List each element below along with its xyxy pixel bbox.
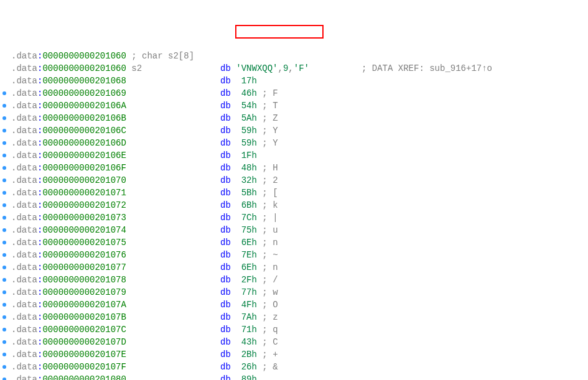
disasm-line[interactable]: .data:000000000020106C db 59h ; Y xyxy=(11,124,588,137)
breakpoint-dot[interactable] xyxy=(2,116,6,120)
segment-name: .data xyxy=(11,325,37,335)
disasm-line[interactable]: .data:0000000000201072 db 6Bh ; k xyxy=(11,199,588,211)
breakpoint-dot[interactable] xyxy=(2,315,6,319)
disassembly-view[interactable]: .data:0000000000201060 ; char s2[8].data… xyxy=(0,50,588,380)
breakpoint-dot[interactable] xyxy=(2,91,6,95)
breakpoint-dot[interactable] xyxy=(2,266,6,269)
line-content: .data:0000000000201060 s2 db 'VNWXQQ',9,… xyxy=(11,62,492,75)
disasm-line[interactable]: .data:000000000020107C db 71h ; q xyxy=(11,323,588,336)
line-content: .data:000000000020106B db 5Ah ; Z xyxy=(11,112,278,124)
breakpoint-dot[interactable] xyxy=(2,141,6,145)
segment-name: .data xyxy=(11,350,37,359)
disasm-line[interactable]: .data:0000000000201060 s2 db 'VNWXQQ',9,… xyxy=(11,62,588,75)
disasm-line[interactable]: .data:000000000020107B db 7Ah ; z xyxy=(11,311,588,323)
operand: db 48h xyxy=(220,163,257,173)
disasm-line[interactable]: .data:0000000000201060 ; char s2[8] xyxy=(11,50,588,62)
disasm-line[interactable]: .data:000000000020107D db 43h ; C xyxy=(11,336,588,348)
breakpoint-dot[interactable] xyxy=(2,353,6,356)
breakpoint-dot[interactable] xyxy=(2,303,6,307)
disasm-line[interactable]: .data:0000000000201075 db 6Eh ; n xyxy=(11,236,588,249)
address: 000000000020106B xyxy=(42,113,126,123)
disasm-line[interactable]: .data:0000000000201076 db 7Eh ; ~ xyxy=(11,249,588,261)
address: 000000000020107E xyxy=(42,350,126,359)
breakpoint-dot[interactable] xyxy=(2,104,6,108)
disasm-line[interactable]: .data:0000000000201074 db 75h ; u xyxy=(11,224,588,236)
address: 000000000020107D xyxy=(42,337,126,347)
disasm-line[interactable]: .data:000000000020106D db 59h ; Y xyxy=(11,137,588,149)
address: 0000000000201078 xyxy=(42,275,126,285)
operand: db 2Bh xyxy=(220,350,257,359)
line-content: .data:0000000000201060 ; char s2[8] xyxy=(11,50,194,62)
operand: db 7Ah xyxy=(220,312,257,322)
comment: ; Y xyxy=(262,126,278,136)
breakpoint-dot[interactable] xyxy=(2,378,6,380)
disasm-line[interactable]: .data:0000000000201079 db 77h ; w xyxy=(11,286,588,299)
breakpoint-dot[interactable] xyxy=(2,365,6,369)
segment-name: .data xyxy=(11,101,37,111)
comment: ; & xyxy=(262,362,278,372)
line-content: .data:000000000020107C db 71h ; q xyxy=(11,323,278,336)
disasm-line[interactable]: .data:0000000000201069 db 46h ; F xyxy=(11,87,588,100)
operand: db 'VNWXQQ',9,'F' xyxy=(220,63,309,73)
address: 0000000000201077 xyxy=(42,262,126,272)
disasm-line[interactable]: .data:000000000020106A db 54h ; T xyxy=(11,100,588,112)
segment-name: .data xyxy=(11,63,37,73)
comment: ; Y xyxy=(262,138,278,148)
comment: ; u xyxy=(262,225,278,235)
address: 0000000000201070 xyxy=(42,175,126,185)
breakpoint-dot[interactable] xyxy=(2,290,6,294)
breakpoint-dot[interactable] xyxy=(2,340,6,344)
disasm-line[interactable]: .data:0000000000201077 db 6Eh ; n xyxy=(11,261,588,274)
disasm-line[interactable]: .data:000000000020106B db 5Ah ; Z xyxy=(11,112,588,124)
comment: ; H xyxy=(262,163,278,173)
segment-name: .data xyxy=(11,213,37,223)
segment-name: .data xyxy=(11,374,37,380)
segment-name: .data xyxy=(11,163,37,173)
breakpoint-dot[interactable] xyxy=(2,154,6,157)
breakpoint-dot[interactable] xyxy=(2,203,6,207)
operand: db 43h xyxy=(220,337,257,347)
address: 0000000000201074 xyxy=(42,225,126,235)
address: 000000000020107A xyxy=(42,300,126,310)
line-content: .data:000000000020107A db 4Fh ; O xyxy=(11,299,278,311)
comment: ; Z xyxy=(262,113,278,123)
disasm-line[interactable]: .data:0000000000201071 db 5Bh ; [ xyxy=(11,187,588,199)
breakpoint-dot[interactable] xyxy=(2,178,6,182)
segment-name: .data xyxy=(11,337,37,347)
segment-name: .data xyxy=(11,287,37,297)
breakpoint-dot[interactable] xyxy=(2,241,6,244)
breakpoint-dot[interactable] xyxy=(2,278,6,282)
disasm-line[interactable]: .data:000000000020106E db 1Fh xyxy=(11,149,588,162)
disasm-line[interactable]: .data:000000000020106F db 48h ; H xyxy=(11,162,588,174)
breakpoint-dot[interactable] xyxy=(2,253,6,257)
breakpoint-dot[interactable] xyxy=(2,191,6,195)
disasm-line[interactable]: .data:000000000020107A db 4Fh ; O xyxy=(11,299,588,311)
segment-name: .data xyxy=(11,138,37,148)
breakpoint-dot[interactable] xyxy=(2,129,6,132)
operand: db 59h xyxy=(220,126,257,136)
operand: db 6Eh xyxy=(220,262,257,272)
breakpoint-dot[interactable] xyxy=(2,166,6,170)
segment-name: .data xyxy=(11,312,37,322)
segment-name: .data xyxy=(11,275,37,285)
segment-name: .data xyxy=(11,362,37,372)
disasm-line[interactable]: .data:000000000020107E db 2Bh ; + xyxy=(11,348,588,361)
disasm-line[interactable]: .data:0000000000201073 db 7Ch ; | xyxy=(11,211,588,224)
segment-name: .data xyxy=(11,113,37,123)
comment: ; / xyxy=(262,275,278,285)
disasm-line[interactable]: .data:0000000000201078 db 2Fh ; / xyxy=(11,274,588,286)
disasm-line[interactable]: .data:000000000020107F db 26h ; & xyxy=(11,361,588,373)
disasm-line[interactable]: .data:0000000000201080 db 89h xyxy=(11,373,588,380)
disasm-line[interactable]: .data:0000000000201070 db 32h ; 2 xyxy=(11,174,588,187)
operand: db 59h xyxy=(220,138,257,148)
segment-name: .data xyxy=(11,76,37,86)
breakpoint-dot[interactable] xyxy=(2,228,6,232)
operand: db 89h xyxy=(220,374,257,380)
label: s2 xyxy=(131,63,142,73)
disasm-line[interactable]: .data:0000000000201068 db 17h xyxy=(11,75,588,87)
line-content: .data:000000000020107E db 2Bh ; + xyxy=(11,348,278,361)
breakpoint-dot[interactable] xyxy=(2,216,6,220)
breakpoint-dot[interactable] xyxy=(2,328,6,331)
address: 000000000020107F xyxy=(42,362,126,372)
comment: ; C xyxy=(262,337,278,347)
